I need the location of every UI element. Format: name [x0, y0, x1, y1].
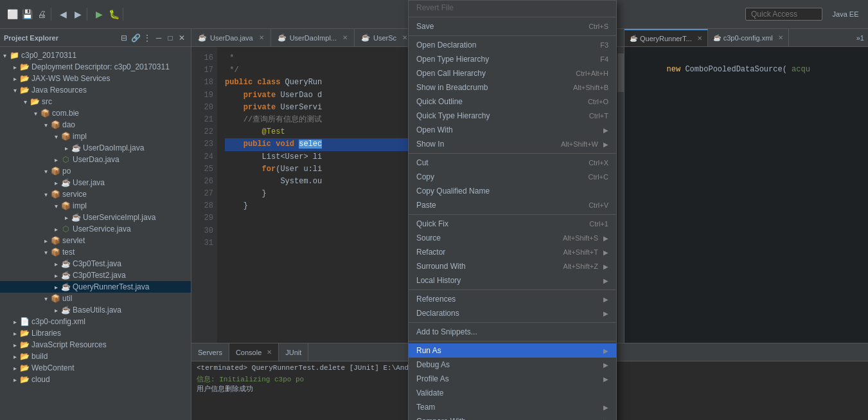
tree-item-userserviceimpl[interactable]: ▸☕UserServiceImpl.java [0, 212, 191, 223]
tree-item-userdaoimpl[interactable]: ▸☕UserDaoImpl.java [0, 142, 191, 154]
menu-item-show-in[interactable]: Show InAlt+Shift+W▶ [409, 137, 616, 151]
tree-arrow-c3p0test2[interactable]: ▸ [51, 272, 60, 279]
menu-item-copy[interactable]: CopyCtrl+C [409, 170, 616, 184]
menu-item-open-with[interactable]: Open With▶ [409, 123, 616, 137]
tab-close-userdao-tab[interactable]: ✕ [259, 34, 264, 41]
tree-arrow-jaxws[interactable]: ▸ [10, 75, 19, 82]
menu-item-paste[interactable]: PasteCtrl+V [409, 198, 616, 212]
tree-arrow-c3p0[interactable]: ▾ [0, 52, 9, 59]
tree-item-dao[interactable]: ▾📦dao [0, 119, 191, 131]
menu-item-debug-as[interactable]: Debug As▶ [409, 358, 616, 372]
tree-item-c3p0test[interactable]: ▸☕C3p0Test.java [0, 258, 191, 269]
tree-item-test[interactable]: ▾📦test [0, 246, 191, 258]
new-button[interactable]: ⬜ [6, 8, 19, 21]
tree-arrow-java-resources[interactable]: ▾ [10, 87, 19, 94]
tab-close-userdaoimpl-tab[interactable]: ✕ [342, 34, 348, 41]
tree-arrow-c3p0test[interactable]: ▸ [51, 260, 60, 268]
tree-item-service[interactable]: ▾📦service [0, 188, 191, 200]
tree-item-baseutils[interactable]: ▸☕BaseUtils.java [0, 304, 191, 316]
tree-arrow-dao[interactable]: ▾ [41, 122, 50, 129]
tree-item-java-resources[interactable]: ▾📂Java Resources [0, 84, 191, 96]
tree-arrow-baseutils[interactable]: ▸ [51, 307, 60, 314]
tree-arrow-impl-dao[interactable]: ▾ [51, 133, 60, 140]
menu-item-local-history[interactable]: Local History▶ [409, 273, 616, 288]
tree-arrow-userservice[interactable]: ▸ [51, 226, 60, 233]
tree-item-user[interactable]: ▸☕User.java [0, 177, 191, 188]
tree-arrow-userdaoimpl[interactable]: ▸ [62, 145, 71, 152]
tree-arrow-test[interactable]: ▾ [41, 249, 50, 256]
tree-item-combie[interactable]: ▾📦com.bie [0, 107, 191, 119]
menu-item-copy-qualified-name[interactable]: Copy Qualified Name [409, 184, 616, 198]
bottom-tab-servers-tab[interactable]: Servers [191, 343, 229, 361]
tree-arrow-impl-svc[interactable]: ▾ [51, 203, 60, 210]
menu-item-quick-type-hierarchy[interactable]: Quick Type HierarchyCtrl+T [409, 109, 616, 123]
menu-item-surround-with[interactable]: Surround WithAlt+Shift+Z▶ [409, 259, 616, 273]
editor-scrollbar-thumb[interactable] [617, 53, 624, 92]
tree-item-impl-dao[interactable]: ▾📦impl [0, 131, 191, 142]
tree-item-impl-svc[interactable]: ▾📦impl [0, 200, 191, 212]
sidebar-menu-icon[interactable]: ⋮ [142, 33, 152, 43]
tree-item-libraries[interactable]: ▸📂Libraries [0, 327, 191, 339]
menu-item-run-as[interactable]: Run As▶ [409, 343, 616, 358]
tree-item-webcontent[interactable]: ▸📂WebContent [0, 362, 191, 374]
tree-arrow-user[interactable]: ▸ [51, 179, 60, 187]
tree-arrow-util[interactable]: ▾ [41, 295, 50, 302]
tree-arrow-userserviceimpl[interactable]: ▸ [62, 214, 71, 221]
tree-item-util[interactable]: ▾📦util [0, 293, 191, 304]
tree-item-po[interactable]: ▾📦po [0, 165, 191, 177]
menu-item-quick-fix[interactable]: Quick FixCtrl+1 [409, 217, 616, 231]
save-button[interactable]: 💾 [21, 8, 33, 21]
quick-access-input[interactable] [745, 8, 822, 21]
tree-item-src[interactable]: ▾📂src [0, 96, 191, 107]
tree-arrow-userdao[interactable]: ▸ [51, 156, 60, 163]
print-button[interactable]: 🖨 [35, 8, 48, 21]
menu-item-show-breadcrumb[interactable]: Show in BreadcrumbAlt+Shift+B [409, 80, 616, 95]
editor-tab-userdao-tab[interactable]: ☕UserDao.java✕ [191, 29, 271, 46]
tree-item-queryrunnertest[interactable]: ▸☕QueryRunnerTest.java [0, 281, 191, 293]
tree-arrow-deployment[interactable]: ▸ [10, 64, 19, 71]
tree-arrow-po[interactable]: ▾ [41, 168, 50, 175]
tree-item-c3p0test2[interactable]: ▸☕C3p0Test2.java [0, 269, 191, 281]
tree-item-deployment[interactable]: ▸📂Deployment Descriptor: c3p0_20170311 [0, 61, 191, 73]
tree-arrow-service[interactable]: ▾ [41, 191, 50, 198]
collapse-all-icon[interactable]: ⊟ [119, 33, 129, 43]
menu-item-open-type-hierarchy[interactable]: Open Type HierarchyF4 [409, 52, 616, 66]
tree-arrow-servlet[interactable]: ▸ [41, 237, 50, 244]
tree-item-c3p0config[interactable]: ▸📄c3p0-config.xml [0, 316, 191, 327]
bottom-tab-console-tab[interactable]: Console✕ [229, 343, 279, 361]
menu-item-validate[interactable]: Validate [409, 386, 616, 400]
right-tab-c3p0config-tab[interactable]: ☕c3p0-config.xml✕ [708, 29, 789, 46]
tree-arrow-c3p0config[interactable]: ▸ [10, 318, 19, 325]
perspective-switch[interactable]: Java EE [826, 8, 865, 21]
bottom-tab-close-console-tab[interactable]: ✕ [267, 349, 272, 356]
menu-item-profile-as[interactable]: Profile As▶ [409, 372, 616, 386]
menu-item-open-declaration[interactable]: Open DeclarationF3 [409, 38, 616, 52]
tree-arrow-combie[interactable]: ▾ [31, 110, 40, 117]
tree-arrow-src[interactable]: ▾ [21, 98, 30, 105]
tree-item-userservice[interactable]: ▸⬡UserService.java [0, 223, 191, 235]
tree-arrow-build[interactable]: ▸ [10, 353, 19, 360]
tree-arrow-libraries[interactable]: ▸ [10, 330, 19, 337]
tab-close-usersc-tab[interactable]: ✕ [402, 34, 407, 41]
menu-item-compare-with[interactable]: Compare With▶ [409, 414, 616, 420]
tree-arrow-cloud[interactable]: ▸ [10, 376, 19, 383]
tree-item-jaxws[interactable]: ▸📂JAX-WS Web Services [0, 73, 191, 84]
back-button[interactable]: ◀ [57, 8, 69, 21]
menu-item-cut[interactable]: CutCtrl+X [409, 156, 616, 170]
tree-arrow-jsresources[interactable]: ▸ [10, 342, 19, 349]
menu-item-references[interactable]: References▶ [409, 292, 616, 306]
tree-arrow-webcontent[interactable]: ▸ [10, 365, 19, 372]
menu-item-source[interactable]: SourceAlt+Shift+S▶ [409, 231, 616, 245]
tree-item-userdao[interactable]: ▸⬡UserDao.java [0, 154, 191, 165]
tree-arrow-queryrunnertest[interactable]: ▸ [51, 284, 60, 291]
tree-item-c3p0[interactable]: ▾📁c3p0_20170311 [0, 50, 191, 61]
right-tab-queryrunner-tab[interactable]: ☕QueryRunnerT...✕ [624, 29, 708, 46]
menu-item-open-call-hierarchy[interactable]: Open Call HierarchyCtrl+Alt+H [409, 66, 616, 80]
tree-item-servlet[interactable]: ▸📦servlet [0, 235, 191, 246]
debug-button[interactable]: 🐛 [107, 8, 120, 21]
menu-item-team[interactable]: Team▶ [409, 400, 616, 414]
close-sidebar-icon[interactable]: ✕ [177, 33, 187, 43]
tree-item-build[interactable]: ▸📂build [0, 351, 191, 362]
menu-item-add-snippets[interactable]: Add to Snippets... [409, 325, 616, 339]
menu-item-declarations[interactable]: Declarations▶ [409, 306, 616, 320]
